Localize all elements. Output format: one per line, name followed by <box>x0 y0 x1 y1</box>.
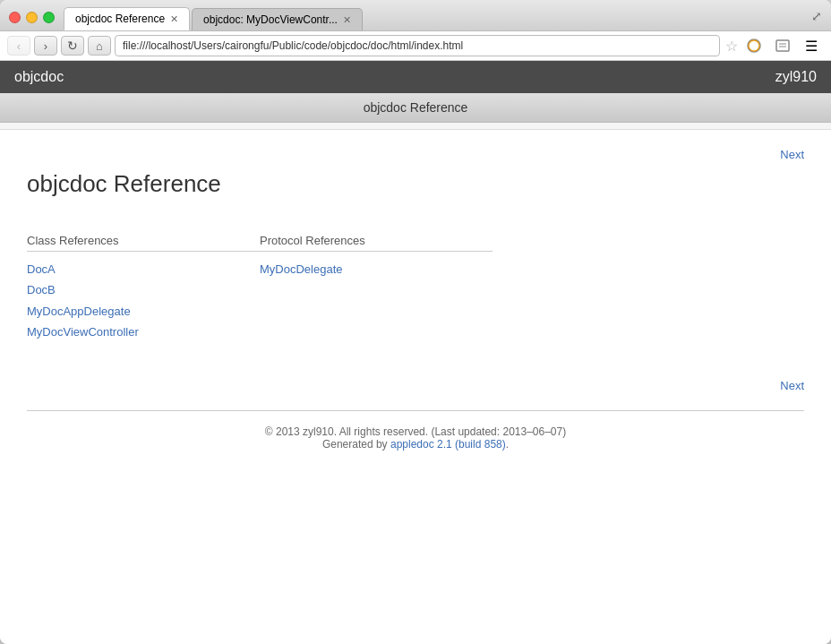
history-icon[interactable] <box>741 36 767 56</box>
close-button[interactable] <box>9 12 21 23</box>
class-link-mydocappdelegate[interactable]: MyDocAppDelegate <box>27 301 260 322</box>
tab-close-icon[interactable]: ✕ <box>170 13 178 25</box>
content-area: Next objcdoc Reference Class References … <box>0 130 831 644</box>
bottom-navigation: Next <box>27 379 804 392</box>
back-button[interactable]: ‹ <box>7 36 30 56</box>
tab-bar: objcdoc Reference ✕ objcdoc: MyDocViewCo… <box>64 7 811 30</box>
page-title: objcdoc Reference <box>27 170 804 198</box>
bookmark-icon[interactable]: ☆ <box>725 38 738 55</box>
svg-point-1 <box>749 40 759 51</box>
reader-icon[interactable] <box>770 36 795 56</box>
expand-icon[interactable]: ⤢ <box>811 9 822 23</box>
top-navigation: Next <box>27 148 804 161</box>
protocol-references-heading: Protocol References <box>260 234 493 252</box>
copyright-text: © 2013 zyl910. All rights reserved. (Las… <box>27 425 804 438</box>
menu-icon[interactable]: ☰ <box>799 36 824 56</box>
generated-prefix: Generated by <box>322 438 390 451</box>
separator <box>0 123 831 130</box>
tab-inactive[interactable]: objcdoc: MyDocViewContr... ✕ <box>192 8 363 30</box>
protocol-link-mydocdelegate[interactable]: MyDocDelegate <box>260 259 493 279</box>
tab-close-icon-2[interactable]: ✕ <box>343 14 351 26</box>
reload-button[interactable]: ↻ <box>61 36 84 56</box>
references-table: Class References DocA DocB MyDocAppDeleg… <box>27 234 804 343</box>
tab-label-2: objcdoc: MyDocViewContr... <box>203 13 338 26</box>
app-header: objcdoc zyl910 <box>0 61 831 93</box>
home-button[interactable]: ⌂ <box>88 36 111 56</box>
tab-active[interactable]: objcdoc Reference ✕ <box>64 7 190 30</box>
browser-window: objcdoc Reference ✕ objcdoc: MyDocViewCo… <box>0 0 831 644</box>
page-header-title: objcdoc Reference <box>364 100 468 115</box>
title-bar: objcdoc Reference ✕ objcdoc: MyDocViewCo… <box>0 0 831 31</box>
class-references-heading: Class References <box>27 234 260 252</box>
maximize-button[interactable] <box>43 12 55 23</box>
class-references-column: Class References DocA DocB MyDocAppDeleg… <box>27 234 260 343</box>
next-link-top[interactable]: Next <box>780 148 804 161</box>
generated-suffix: . <box>506 438 509 451</box>
page-footer: © 2013 zyl910. All rights reserved. (Las… <box>27 410 804 451</box>
tab-label: objcdoc Reference <box>75 13 165 25</box>
page-header: objcdoc Reference <box>0 93 831 123</box>
minimize-button[interactable] <box>26 12 38 23</box>
class-link-mydocviewcontroller[interactable]: MyDocViewController <box>27 322 260 342</box>
forward-button[interactable]: › <box>34 36 57 56</box>
user-label: zyl910 <box>775 69 817 85</box>
window-controls <box>9 12 55 23</box>
brand-label: objcdoc <box>14 69 64 85</box>
new-tab-button[interactable] <box>364 11 382 29</box>
svg-rect-2 <box>776 40 789 51</box>
address-input[interactable] <box>123 39 712 52</box>
class-link-doca[interactable]: DocA <box>27 259 260 279</box>
nav-bar: ‹ › ↻ ⌂ ☆ ☰ <box>0 31 831 61</box>
protocol-references-column: Protocol References MyDocDelegate <box>260 234 493 343</box>
class-link-docb[interactable]: DocB <box>27 279 260 300</box>
nav-icons: ☰ <box>741 36 824 56</box>
address-bar[interactable] <box>115 35 720 56</box>
next-link-bottom[interactable]: Next <box>780 379 804 392</box>
appledoc-link[interactable]: appledoc 2.1 (build 858) <box>390 438 506 451</box>
generated-line: Generated by appledoc 2.1 (build 858). <box>27 438 804 451</box>
svg-point-0 <box>748 39 760 52</box>
